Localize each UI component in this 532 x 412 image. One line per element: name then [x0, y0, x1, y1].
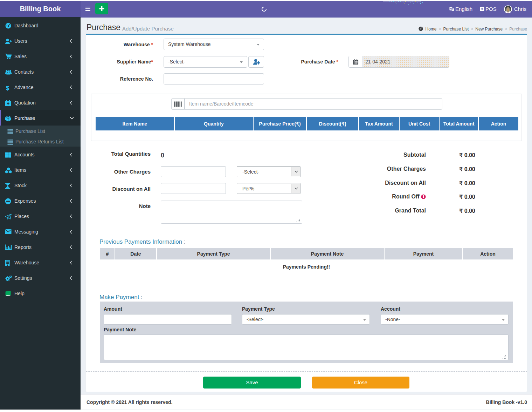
svg-text:$: $	[6, 85, 9, 92]
